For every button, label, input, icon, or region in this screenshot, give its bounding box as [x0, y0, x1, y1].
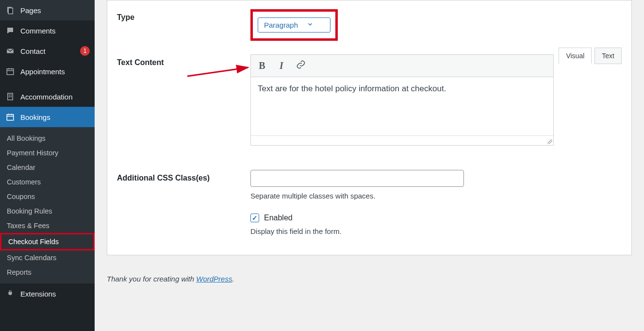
notification-badge: 1: [80, 46, 90, 56]
tab-visual[interactable]: Visual: [559, 48, 592, 64]
submenu-customers[interactable]: Customers: [0, 175, 95, 189]
footer-suffix: .: [232, 275, 234, 283]
svg-line-16: [187, 67, 248, 76]
comments-icon: [5, 25, 16, 36]
envelope-icon: [5, 46, 16, 56]
italic-button[interactable]: I: [276, 60, 287, 71]
menu-label: Contact: [20, 47, 77, 55]
main-content: Type Paragraph Text Content Visual Text: [95, 0, 644, 331]
svg-rect-11: [11, 96, 12, 97]
menu-label: Accommodation: [20, 93, 90, 101]
chevron-down-icon: [307, 21, 314, 29]
bold-button[interactable]: B: [257, 60, 267, 71]
menu-item-extensions[interactable]: Extensions: [0, 283, 95, 304]
menu-item-appointments[interactable]: Appointments: [0, 61, 95, 82]
editor-tabs: Visual Text: [559, 48, 622, 64]
form-panel: Type Paragraph Text Content Visual Text: [107, 0, 632, 255]
submenu-payment-history[interactable]: Payment History: [0, 146, 95, 160]
svg-rect-12: [7, 115, 14, 120]
submenu-calendar[interactable]: Calendar: [0, 160, 95, 175]
footer: Thank you for creating with WordPress.: [107, 275, 632, 283]
submenu-checkout-fields[interactable]: Checkout Fields: [0, 233, 95, 250]
link-button[interactable]: [296, 60, 306, 72]
label-type: Type: [117, 9, 250, 22]
menu-label: Appointments: [20, 67, 90, 76]
type-highlight-box: Paragraph: [250, 9, 338, 41]
footer-prefix: Thank you for creating with: [107, 275, 196, 283]
submenu-sync-calendars[interactable]: Sync Calendars: [0, 250, 95, 265]
menu-label: Comments: [20, 27, 90, 35]
type-select[interactable]: Paragraph: [258, 17, 330, 33]
label-css-classes: Additional CSS Class(es): [117, 170, 250, 182]
select-value: Paragraph: [264, 21, 298, 29]
editor-resize-handle[interactable]: [251, 135, 553, 145]
rich-editor: B I Text are for the hotel policy inform…: [250, 54, 554, 146]
menu-label: Extensions: [20, 290, 90, 298]
svg-rect-8: [9, 95, 10, 96]
building-icon: [5, 91, 16, 102]
editor-textarea[interactable]: Text are for the hotel policy informatio…: [251, 77, 553, 135]
menu-item-contact[interactable]: Contact 1: [0, 41, 95, 61]
label-text-content: Text Content: [117, 54, 250, 67]
submenu-coupons[interactable]: Coupons: [0, 189, 95, 204]
svg-rect-3: [7, 69, 14, 75]
row-css-classes: Additional CSS Class(es) Separate multip…: [117, 170, 622, 200]
enabled-label: Enabled: [264, 214, 293, 222]
menu-item-accommodation[interactable]: Accommodation: [0, 86, 95, 107]
row-enabled: ✓ Enabled Display this field in the form…: [117, 214, 622, 235]
css-help-text: Separate multiple classes with spaces.: [250, 192, 622, 200]
svg-rect-10: [9, 96, 10, 97]
footer-link[interactable]: WordPress: [196, 275, 232, 283]
menu-item-pages[interactable]: Pages: [0, 0, 95, 20]
pages-icon: [5, 5, 16, 16]
menu-item-bookings[interactable]: Bookings: [0, 107, 95, 127]
row-type: Type Paragraph: [117, 9, 622, 41]
submenu-taxes-fees[interactable]: Taxes & Fees: [0, 218, 95, 233]
menu-item-comments[interactable]: Comments: [0, 20, 95, 41]
submenu-all-bookings[interactable]: All Bookings: [0, 131, 95, 146]
plug-icon: [5, 288, 16, 299]
enabled-help-text: Display this field in the form.: [250, 227, 622, 235]
svg-rect-9: [11, 95, 12, 96]
bookings-submenu: All Bookings Payment History Calendar Cu…: [0, 127, 95, 283]
svg-rect-1: [8, 8, 13, 14]
label-enabled: [117, 214, 250, 217]
css-classes-input[interactable]: [250, 170, 464, 187]
row-text-content: Text Content Visual Text B I Text are fo…: [117, 54, 622, 146]
admin-sidebar: Pages Comments Contact 1 Appointments Ac…: [0, 0, 95, 331]
calendar-icon: [5, 112, 16, 122]
submenu-reports[interactable]: Reports: [0, 265, 95, 280]
menu-label: Bookings: [20, 113, 90, 121]
tab-text[interactable]: Text: [594, 48, 622, 64]
enabled-checkbox[interactable]: ✓: [250, 214, 259, 222]
submenu-booking-rules[interactable]: Booking Rules: [0, 204, 95, 218]
svg-rect-7: [8, 93, 13, 100]
menu-label: Pages: [20, 6, 90, 15]
calendar-icon: [5, 66, 16, 77]
editor-toolbar: B I: [251, 55, 553, 77]
